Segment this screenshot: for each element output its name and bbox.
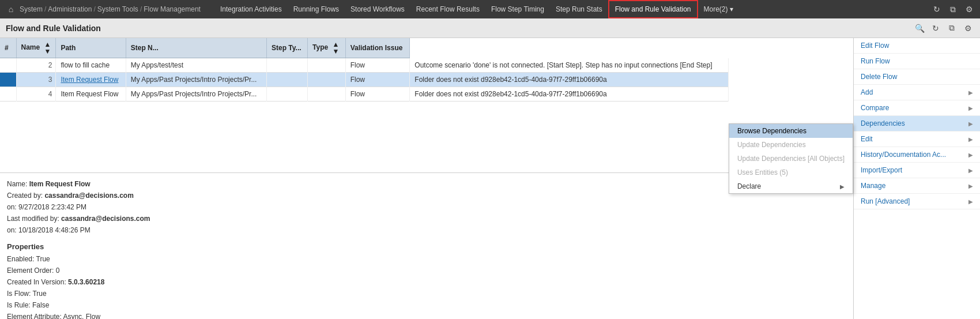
cell-step-ty xyxy=(308,87,346,102)
breadcrumb: System / Administration / System Tools /… xyxy=(20,5,201,13)
col-type[interactable]: Type ▲▼ xyxy=(308,38,346,58)
home-icon[interactable]: ⌂ xyxy=(5,3,17,16)
col-validation-issue: Validation Issue xyxy=(345,38,410,58)
windows-icon[interactable]: ⧉ xyxy=(945,22,958,35)
nav-flow-step-timing[interactable]: Flow Step Timing xyxy=(485,0,550,18)
action-delete-flow-label: Delete Flow xyxy=(861,73,897,81)
action-delete-flow[interactable]: Delete Flow xyxy=(854,69,980,85)
action-dependencies-arrow: ▶ xyxy=(968,121,973,127)
action-run-flow[interactable]: Run Flow xyxy=(854,54,980,69)
detail-element-attr-value: Async, Flow xyxy=(63,313,100,319)
nav-step-run-stats[interactable]: Step Run Stats xyxy=(550,0,608,18)
detail-on2-row: on: 10/18/2018 4:48:26 PM xyxy=(7,225,722,235)
nav-flow-rule-validation[interactable]: Flow and Rule Validation xyxy=(608,0,698,18)
data-table: # Name ▲▼ Path Step N... Step Ty... Type… xyxy=(0,38,729,102)
detail-last-modified-label: Last modified by: xyxy=(7,215,61,223)
action-edit[interactable]: Edit ▶ xyxy=(854,132,980,147)
col-step-ty[interactable]: Step Ty... xyxy=(267,38,308,58)
submenu-declare[interactable]: Declare ▶ xyxy=(729,179,853,193)
table-row[interactable]: 3Item Request FlowMy Apps/Past Projects/… xyxy=(0,73,728,87)
action-add[interactable]: Add ▶ xyxy=(854,85,980,100)
action-compare-arrow: ▶ xyxy=(968,105,973,111)
gear-icon[interactable]: ⚙ xyxy=(962,22,974,35)
page-header: Flow and Rule Validation 🔍 ↻ ⧉ ⚙ xyxy=(0,18,980,38)
submenu-declare-arrow: ▶ xyxy=(840,183,845,190)
detail-created-by-label: Created by: xyxy=(7,192,44,200)
detail-created-version-label: Created In Version: xyxy=(7,278,68,286)
cell-step-ty xyxy=(308,58,346,73)
detail-element-attr-label: Element Attribute: xyxy=(7,313,63,319)
submenu-container: Browse Dependencies Update Dependencies … xyxy=(729,123,853,194)
cell-path: My Apps/Past Projects/Intro Projects/Pr.… xyxy=(126,87,266,102)
submenu-browse-deps[interactable]: Browse Dependencies xyxy=(729,124,853,138)
detail-on2-label: on: xyxy=(7,226,18,234)
cell-step-ty xyxy=(308,73,346,87)
submenu-uses-entities: Uses Entities (5) xyxy=(729,166,853,179)
detail-name-value: Item Request Flow xyxy=(29,180,91,188)
action-edit-label: Edit xyxy=(861,135,873,143)
col-step-n[interactable]: Step N... xyxy=(126,38,266,58)
page-title: Flow and Rule Validation xyxy=(6,24,101,33)
search-icon[interactable]: 🔍 xyxy=(913,22,926,35)
detail-element-order-row: Element Order: 0 xyxy=(7,265,722,276)
topbar-gear-icon[interactable]: ⚙ xyxy=(963,3,975,16)
action-compare-label: Compare xyxy=(861,104,889,112)
action-manage[interactable]: Manage ▶ xyxy=(854,178,980,194)
action-dependencies-label: Dependencies xyxy=(861,119,905,127)
action-history-label: History/Documentation Ac... xyxy=(861,151,946,159)
detail-created-version-row: Created In Version: 5.0.3.60218 xyxy=(7,277,722,287)
col-path[interactable]: Path xyxy=(56,38,126,58)
action-edit-arrow: ▶ xyxy=(968,136,973,142)
detail-created-by-row: Created by: cassandra@decisions.com xyxy=(7,190,722,201)
action-edit-flow[interactable]: Edit Flow xyxy=(854,38,980,54)
cell-validation-issue: Folder does not exist d928eb42-1cd5-40da… xyxy=(410,87,729,102)
cell-name: Item Request Flow xyxy=(56,87,126,102)
topbar: ⌂ System / Administration / System Tools… xyxy=(0,0,980,18)
action-history[interactable]: History/Documentation Ac... ▶ xyxy=(854,147,980,163)
detail-name-row: Name: Item Request Flow xyxy=(7,179,722,189)
right-panel: Browse Dependencies Update Dependencies … xyxy=(729,38,980,319)
detail-on1-row: on: 9/27/2018 2:23:42 PM xyxy=(7,202,722,212)
page-header-icons: 🔍 ↻ ⧉ ⚙ xyxy=(913,22,974,35)
detail-name-label: Name: xyxy=(7,180,29,188)
nav-running-flows[interactable]: Running Flows xyxy=(288,0,345,18)
nav-integration-activities[interactable]: Integration Activities xyxy=(214,0,288,18)
topbar-refresh-icon[interactable]: ↻ xyxy=(930,3,943,16)
row-indicator-cell xyxy=(0,73,16,87)
detail-on1-label: on: xyxy=(7,203,18,211)
detail-created-version-value: 5.0.3.60218 xyxy=(68,278,104,286)
breadcrumb-flow-management[interactable]: Flow Management xyxy=(144,5,201,13)
breadcrumb-system[interactable]: System xyxy=(20,5,43,13)
table-header-row: # Name ▲▼ Path Step N... Step Ty... Type… xyxy=(0,38,728,58)
cell-path: My Apps/Past Projects/Intro Projects/Pr.… xyxy=(126,73,266,87)
breadcrumb-system-tools[interactable]: System Tools xyxy=(97,5,138,13)
table-row[interactable]: 2flow to fill cacheMy Apps/test/testFlow… xyxy=(0,58,728,73)
action-run-advanced[interactable]: Run [Advanced] ▶ xyxy=(854,194,980,209)
action-dependencies[interactable]: Dependencies ▶ xyxy=(854,116,980,132)
action-history-arrow: ▶ xyxy=(968,152,973,158)
detail-is-flow-value: True xyxy=(32,290,46,298)
action-edit-flow-label: Edit Flow xyxy=(861,42,889,50)
topbar-icons: ↻ ⧉ ⚙ xyxy=(930,3,975,16)
action-import-export[interactable]: Import/Export ▶ xyxy=(854,163,980,178)
action-import-export-label: Import/Export xyxy=(861,166,902,174)
action-run-flow-label: Run Flow xyxy=(861,57,890,65)
main-area: # Name ▲▼ Path Step N... Step Ty... Type… xyxy=(0,38,980,319)
topbar-nav: Integration Activities Running Flows Sto… xyxy=(214,0,924,18)
detail-is-rule-row: Is Rule: False xyxy=(7,300,722,310)
col-name[interactable]: Name ▲▼ xyxy=(16,38,56,58)
cell-name[interactable]: Item Request Flow xyxy=(56,73,126,87)
nav-recent-flow-results[interactable]: Recent Flow Results xyxy=(410,0,485,18)
topbar-windows-icon[interactable]: ⧉ xyxy=(947,3,959,16)
table-row[interactable]: 4Item Request FlowMy Apps/Past Projects/… xyxy=(0,87,728,102)
nav-stored-workflows[interactable]: Stored Workflows xyxy=(345,0,410,18)
cell-step-n xyxy=(267,87,308,102)
submenu-update-deps-all: Update Dependencies [All Objects] xyxy=(729,152,853,166)
refresh-icon[interactable]: ↻ xyxy=(929,22,942,35)
breadcrumb-administration[interactable]: Administration xyxy=(48,5,92,13)
action-add-arrow: ▶ xyxy=(968,89,973,96)
cell-num: 4 xyxy=(16,87,56,102)
action-compare[interactable]: Compare ▶ xyxy=(854,100,980,116)
detail-on2-value: 10/18/2018 4:48:26 PM xyxy=(18,226,91,234)
nav-more[interactable]: More(2) ▾ xyxy=(698,0,739,18)
